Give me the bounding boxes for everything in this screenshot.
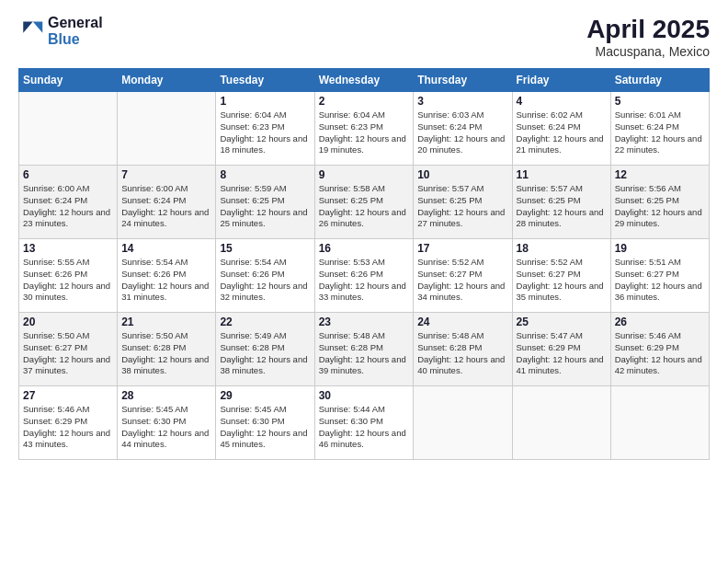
day-number: 26 — [615, 316, 705, 328]
calendar-week-row: 20Sunrise: 5:50 AMSunset: 6:27 PMDayligh… — [19, 313, 710, 386]
table-row: 12Sunrise: 5:56 AMSunset: 6:25 PMDayligh… — [610, 166, 709, 239]
day-info: Sunrise: 5:59 AMSunset: 6:25 PMDaylight:… — [220, 183, 310, 230]
table-row: 28Sunrise: 5:45 AMSunset: 6:30 PMDayligh… — [118, 386, 216, 460]
header-friday: Friday — [512, 69, 610, 92]
day-number: 11 — [517, 168, 607, 181]
day-number: 15 — [220, 242, 310, 255]
table-row — [610, 386, 709, 460]
table-row: 7Sunrise: 6:00 AMSunset: 6:24 PMDaylight… — [118, 166, 216, 239]
day-number: 5 — [615, 95, 705, 108]
day-number: 22 — [220, 316, 310, 328]
table-row: 15Sunrise: 5:54 AMSunset: 6:26 PMDayligh… — [216, 239, 314, 313]
day-number: 17 — [417, 242, 507, 255]
header-tuesday: Tuesday — [216, 69, 314, 92]
table-row: 1Sunrise: 6:04 AMSunset: 6:23 PMDaylight… — [216, 92, 314, 166]
day-number: 12 — [615, 168, 705, 181]
calendar-header-row: Sunday Monday Tuesday Wednesday Thursday… — [19, 69, 710, 92]
table-row — [414, 386, 512, 460]
calendar-week-row: 27Sunrise: 5:46 AMSunset: 6:29 PMDayligh… — [19, 386, 710, 460]
table-row: 24Sunrise: 5:48 AMSunset: 6:28 PMDayligh… — [414, 313, 512, 386]
day-number: 14 — [121, 242, 211, 255]
day-info: Sunrise: 6:04 AMSunset: 6:23 PMDaylight:… — [319, 109, 410, 156]
day-info: Sunrise: 5:55 AMSunset: 6:26 PMDaylight:… — [23, 257, 113, 304]
table-row: 9Sunrise: 5:58 AMSunset: 6:25 PMDaylight… — [314, 166, 414, 239]
day-number: 19 — [615, 242, 705, 255]
table-row — [19, 92, 118, 166]
subtitle: Macuspana, Mexico — [586, 44, 710, 59]
table-row: 19Sunrise: 5:51 AMSunset: 6:27 PMDayligh… — [610, 239, 709, 313]
table-row: 17Sunrise: 5:52 AMSunset: 6:27 PMDayligh… — [414, 239, 512, 313]
day-number: 16 — [319, 242, 410, 255]
day-number: 1 — [220, 95, 310, 108]
day-number: 21 — [121, 316, 211, 328]
table-row — [512, 386, 610, 460]
logo-text: General Blue — [48, 15, 103, 47]
table-row: 4Sunrise: 6:02 AMSunset: 6:24 PMDaylight… — [512, 92, 610, 166]
header: General Blue April 2025 Macuspana, Mexic… — [18, 15, 710, 59]
day-number: 9 — [319, 168, 410, 181]
table-row: 22Sunrise: 5:49 AMSunset: 6:28 PMDayligh… — [216, 313, 314, 386]
day-number: 10 — [417, 168, 507, 181]
day-info: Sunrise: 6:00 AMSunset: 6:24 PMDaylight:… — [23, 183, 113, 230]
day-number: 4 — [517, 95, 607, 108]
day-info: Sunrise: 5:46 AMSunset: 6:29 PMDaylight:… — [615, 330, 705, 377]
day-number: 13 — [23, 242, 113, 255]
day-info: Sunrise: 6:03 AMSunset: 6:24 PMDaylight:… — [417, 109, 507, 156]
day-info: Sunrise: 6:02 AMSunset: 6:24 PMDaylight:… — [517, 109, 607, 156]
table-row: 23Sunrise: 5:48 AMSunset: 6:28 PMDayligh… — [314, 313, 414, 386]
day-info: Sunrise: 5:50 AMSunset: 6:28 PMDaylight:… — [121, 330, 211, 377]
day-number: 23 — [319, 316, 410, 328]
table-row: 27Sunrise: 5:46 AMSunset: 6:29 PMDayligh… — [19, 386, 118, 460]
day-info: Sunrise: 6:04 AMSunset: 6:23 PMDaylight:… — [220, 109, 310, 156]
table-row — [118, 92, 216, 166]
day-info: Sunrise: 5:54 AMSunset: 6:26 PMDaylight:… — [220, 257, 310, 304]
day-number: 3 — [417, 95, 507, 108]
day-info: Sunrise: 6:00 AMSunset: 6:24 PMDaylight:… — [121, 183, 211, 230]
day-number: 20 — [23, 316, 113, 328]
svg-marker-0 — [33, 21, 43, 32]
day-number: 18 — [517, 242, 607, 255]
day-info: Sunrise: 5:44 AMSunset: 6:30 PMDaylight:… — [319, 404, 410, 451]
table-row: 13Sunrise: 5:55 AMSunset: 6:26 PMDayligh… — [19, 239, 118, 313]
title-block: April 2025 Macuspana, Mexico — [586, 15, 710, 59]
day-number: 28 — [121, 389, 211, 402]
svg-marker-1 — [23, 21, 33, 32]
day-info: Sunrise: 5:52 AMSunset: 6:27 PMDaylight:… — [517, 257, 607, 304]
page: General Blue April 2025 Macuspana, Mexic… — [0, 0, 728, 563]
table-row: 3Sunrise: 6:03 AMSunset: 6:24 PMDaylight… — [414, 92, 512, 166]
day-info: Sunrise: 5:58 AMSunset: 6:25 PMDaylight:… — [319, 183, 410, 230]
day-info: Sunrise: 5:53 AMSunset: 6:26 PMDaylight:… — [319, 257, 410, 304]
day-number: 24 — [417, 316, 507, 328]
day-info: Sunrise: 5:54 AMSunset: 6:26 PMDaylight:… — [121, 257, 211, 304]
table-row: 10Sunrise: 5:57 AMSunset: 6:25 PMDayligh… — [414, 166, 512, 239]
main-title: April 2025 — [586, 15, 710, 44]
calendar-week-row: 6Sunrise: 6:00 AMSunset: 6:24 PMDaylight… — [19, 166, 710, 239]
day-number: 27 — [23, 389, 113, 402]
day-info: Sunrise: 5:45 AMSunset: 6:30 PMDaylight:… — [220, 404, 310, 451]
table-row: 8Sunrise: 5:59 AMSunset: 6:25 PMDaylight… — [216, 166, 314, 239]
day-number: 6 — [23, 168, 113, 181]
header-saturday: Saturday — [610, 69, 709, 92]
day-info: Sunrise: 6:01 AMSunset: 6:24 PMDaylight:… — [615, 109, 705, 156]
table-row: 6Sunrise: 6:00 AMSunset: 6:24 PMDaylight… — [19, 166, 118, 239]
calendar-week-row: 13Sunrise: 5:55 AMSunset: 6:26 PMDayligh… — [19, 239, 710, 313]
table-row: 20Sunrise: 5:50 AMSunset: 6:27 PMDayligh… — [19, 313, 118, 386]
day-info: Sunrise: 5:56 AMSunset: 6:25 PMDaylight:… — [615, 183, 705, 230]
day-info: Sunrise: 5:52 AMSunset: 6:27 PMDaylight:… — [417, 257, 507, 304]
logo-blue-text: Blue — [48, 31, 103, 48]
table-row: 14Sunrise: 5:54 AMSunset: 6:26 PMDayligh… — [118, 239, 216, 313]
day-number: 30 — [319, 389, 410, 402]
day-number: 29 — [220, 389, 310, 402]
table-row: 16Sunrise: 5:53 AMSunset: 6:26 PMDayligh… — [314, 239, 414, 313]
table-row: 26Sunrise: 5:46 AMSunset: 6:29 PMDayligh… — [610, 313, 709, 386]
header-thursday: Thursday — [414, 69, 512, 92]
calendar: Sunday Monday Tuesday Wednesday Thursday… — [18, 68, 710, 460]
header-wednesday: Wednesday — [314, 69, 414, 92]
table-row: 2Sunrise: 6:04 AMSunset: 6:23 PMDaylight… — [314, 92, 414, 166]
header-monday: Monday — [118, 69, 216, 92]
table-row: 18Sunrise: 5:52 AMSunset: 6:27 PMDayligh… — [512, 239, 610, 313]
table-row: 11Sunrise: 5:57 AMSunset: 6:25 PMDayligh… — [512, 166, 610, 239]
day-info: Sunrise: 5:46 AMSunset: 6:29 PMDaylight:… — [23, 404, 113, 451]
header-sunday: Sunday — [19, 69, 118, 92]
day-number: 7 — [121, 168, 211, 181]
